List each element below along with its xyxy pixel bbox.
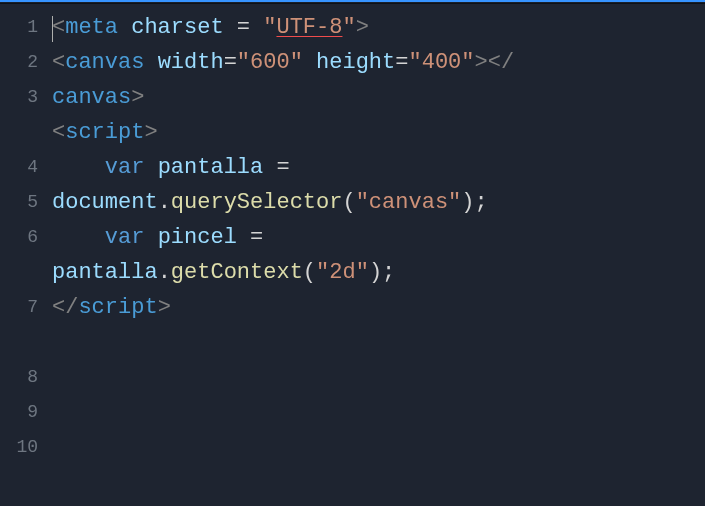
- tag-bracket: >: [475, 50, 488, 75]
- code-editor[interactable]: 1 2 3 . 4 5 6 . 7 . 8 9 10 <meta charset…: [0, 4, 705, 506]
- tag-bracket: <: [52, 120, 65, 145]
- tag-name: canvas: [65, 50, 144, 75]
- whitespace: [144, 225, 157, 250]
- code-line-wrap[interactable]: canvas>: [46, 80, 705, 115]
- code-line[interactable]: </script>: [46, 290, 705, 325]
- attr-value: "600": [237, 50, 303, 75]
- code-line-wrap[interactable]: pantalla.getContext("2d");: [46, 255, 705, 290]
- line-number: 1: [0, 10, 46, 45]
- dot: .: [158, 190, 171, 215]
- tag-name: script: [65, 120, 144, 145]
- equals: =: [224, 15, 264, 40]
- tag-bracket: >: [158, 295, 171, 320]
- tag-name: canvas: [52, 85, 131, 110]
- whitespace: [144, 50, 157, 75]
- code-line[interactable]: var pincel =: [46, 220, 705, 255]
- tag-bracket: >: [131, 85, 144, 110]
- paren: ): [369, 260, 382, 285]
- code-content[interactable]: <meta charset = "UTF-8"> <canvas width="…: [46, 4, 705, 506]
- tag-name: script: [78, 295, 157, 320]
- function-call: getContext: [171, 260, 303, 285]
- attr-value-error: UTF-8: [276, 15, 342, 40]
- code-line[interactable]: <canvas width="600" height="400"></: [46, 45, 705, 80]
- line-number: 4: [0, 150, 46, 185]
- whitespace: [52, 155, 105, 180]
- string-literal: "canvas": [356, 190, 462, 215]
- code-line-wrap[interactable]: document.querySelector("canvas");: [46, 185, 705, 220]
- identifier: pantalla: [52, 260, 158, 285]
- line-number: 6: [0, 220, 46, 255]
- attr-value: "400": [408, 50, 474, 75]
- attr-name: height: [316, 50, 395, 75]
- equals: =: [224, 50, 237, 75]
- text-cursor: [52, 16, 53, 42]
- tag-bracket: >: [144, 120, 157, 145]
- tag-bracket: </: [488, 50, 514, 75]
- code-line[interactable]: <script>: [46, 115, 705, 150]
- line-number: 5: [0, 185, 46, 220]
- code-line[interactable]: var pantalla =: [46, 150, 705, 185]
- identifier: pincel: [158, 225, 237, 250]
- tag-name: meta: [65, 15, 118, 40]
- keyword: var: [105, 155, 145, 180]
- line-number: 8: [0, 360, 46, 395]
- tag-bracket: >: [356, 15, 369, 40]
- line-number: 2: [0, 45, 46, 80]
- semicolon: ;: [382, 260, 395, 285]
- string-quote: ": [342, 15, 355, 40]
- string-literal: "2d": [316, 260, 369, 285]
- dot: .: [158, 260, 171, 285]
- equals: =: [237, 225, 277, 250]
- active-tab-indicator: [0, 0, 705, 2]
- string-quote: ": [263, 15, 276, 40]
- keyword: var: [105, 225, 145, 250]
- attr-name: charset: [131, 15, 223, 40]
- line-number: 9: [0, 395, 46, 430]
- line-number: 7: [0, 290, 46, 325]
- equals: =: [395, 50, 408, 75]
- whitespace: [118, 15, 131, 40]
- whitespace: [52, 225, 105, 250]
- tag-bracket: <: [52, 15, 65, 40]
- tag-bracket: </: [52, 295, 78, 320]
- paren: ): [461, 190, 474, 215]
- paren: (: [342, 190, 355, 215]
- whitespace: [303, 50, 316, 75]
- line-number: 3: [0, 80, 46, 115]
- line-number: 10: [0, 430, 46, 465]
- equals: =: [263, 155, 303, 180]
- line-number-gutter: 1 2 3 . 4 5 6 . 7 . 8 9 10: [0, 4, 46, 506]
- identifier: pantalla: [158, 155, 264, 180]
- whitespace: [144, 155, 157, 180]
- tag-bracket: <: [52, 50, 65, 75]
- code-line[interactable]: <meta charset = "UTF-8">: [46, 10, 705, 45]
- function-call: querySelector: [171, 190, 343, 215]
- identifier: document: [52, 190, 158, 215]
- attr-name: width: [158, 50, 224, 75]
- paren: (: [303, 260, 316, 285]
- semicolon: ;: [475, 190, 488, 215]
